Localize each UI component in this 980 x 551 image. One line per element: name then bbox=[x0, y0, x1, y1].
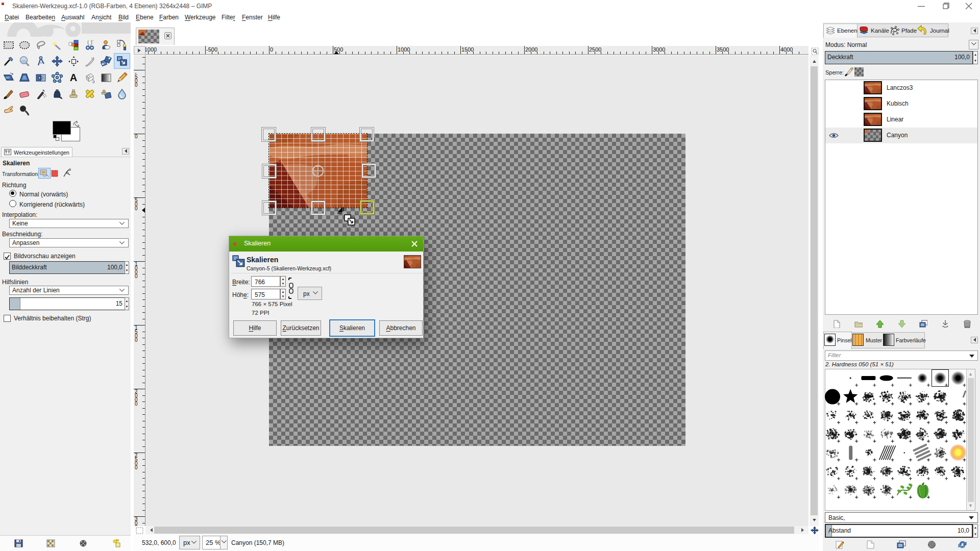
svg-text:A: A bbox=[70, 72, 77, 83]
